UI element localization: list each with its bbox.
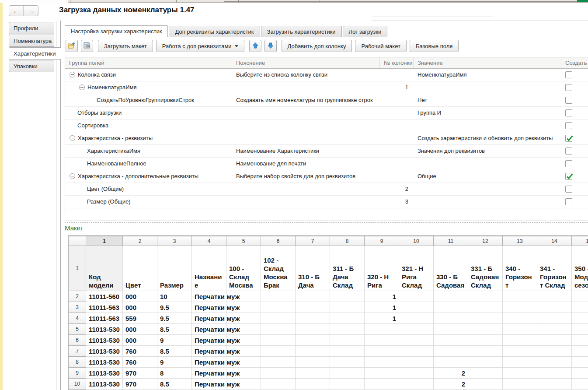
grid-cell[interactable] — [572, 368, 588, 379]
grid-cell[interactable] — [330, 357, 365, 368]
grid-cell[interactable] — [503, 335, 537, 346]
tab-extra-attributes[interactable]: Доп реквизиты характеристик — [169, 26, 260, 37]
tab-load-characteristics[interactable]: Загрузить характеристики — [261, 26, 342, 37]
grid-cell[interactable] — [399, 368, 434, 379]
grid-row-header[interactable]: 7 — [69, 346, 86, 357]
grid-cell[interactable]: Перчатки муж — [192, 368, 226, 379]
grid-cell[interactable]: 970 — [123, 368, 157, 379]
grid-cell[interactable] — [434, 324, 468, 335]
grid-cell[interactable]: 11013-530 — [86, 346, 123, 357]
grid-cell[interactable]: 000 — [123, 291, 157, 302]
grid-cell[interactable]: 000 — [123, 324, 157, 335]
grid-cell[interactable] — [261, 291, 296, 302]
grid-column-header[interactable]: 14 — [537, 236, 572, 246]
grid-cell[interactable] — [434, 335, 468, 346]
grid-cell[interactable] — [296, 368, 330, 379]
grid-cell[interactable] — [503, 368, 537, 379]
grid-cell[interactable]: 559 — [123, 313, 157, 324]
grid-row-header[interactable]: 3 — [69, 302, 86, 313]
value-cell[interactable] — [414, 81, 561, 94]
value-cell[interactable]: Значения доп реквизитов — [414, 145, 561, 157]
value-cell[interactable]: Нет — [414, 94, 561, 106]
grid-cell[interactable] — [296, 357, 330, 368]
grid-row-header[interactable]: 5 — [69, 324, 86, 335]
grid-cell[interactable]: 10 — [157, 291, 192, 302]
value-cell[interactable] — [414, 196, 561, 208]
grid-cell[interactable] — [261, 368, 296, 379]
grid-cell[interactable]: 8.5 — [157, 379, 192, 390]
grid-cell[interactable] — [503, 291, 537, 302]
grid-cell[interactable]: 11013-530 — [86, 368, 123, 379]
create-checkbox[interactable] — [565, 109, 572, 116]
base-fields-button[interactable]: Базовые поля — [410, 40, 459, 52]
grid-cell[interactable]: Перчатки муж — [192, 291, 226, 302]
grid-column-header[interactable]: 1 — [86, 236, 123, 246]
forward-button[interactable]: → — [24, 6, 38, 16]
grid-cell[interactable]: 11011-563 — [86, 313, 123, 324]
value-cell[interactable]: НоменклатураИмя — [414, 69, 561, 81]
grid-cell[interactable] — [330, 324, 365, 335]
grid-cell[interactable]: 8.5 — [157, 346, 192, 357]
grid-row-header[interactable]: 10 — [69, 379, 86, 390]
grid-cell[interactable] — [468, 379, 503, 390]
settings-row[interactable]: Колонка связиВыберите из списка колонку … — [65, 69, 588, 81]
grid-cell[interactable]: 2 — [434, 379, 468, 390]
grid-cell[interactable]: 320 - Н Рига — [365, 246, 399, 291]
grid-cell[interactable] — [399, 379, 434, 390]
grid-cell[interactable] — [261, 379, 296, 390]
grid-cell[interactable] — [468, 346, 503, 357]
column-header-colnum[interactable]: № колонки — [380, 57, 414, 68]
grid-cell[interactable] — [261, 313, 296, 324]
grid-cell[interactable] — [537, 368, 572, 379]
settings-row[interactable]: Характеристика - реквизитыСоздать характ… — [65, 132, 588, 145]
grid-cell[interactable]: 9 — [157, 357, 192, 368]
grid-cell[interactable]: 760 — [123, 346, 157, 357]
create-checkbox[interactable] — [565, 173, 572, 180]
tab-load-settings[interactable]: Настройка загрузки характеристик — [65, 25, 168, 37]
grid-cell[interactable]: Перчатки муж — [192, 357, 226, 368]
grid-cell[interactable]: Перчатки муж — [192, 302, 226, 313]
create-checkbox[interactable] — [565, 135, 572, 142]
tab-load-log[interactable]: Лог загрузки — [343, 26, 388, 37]
create-checkbox[interactable] — [565, 71, 572, 78]
grid-cell[interactable]: 100 - Склад Москва — [226, 246, 261, 291]
sidebar-item-characteristics[interactable]: Характеристики — [9, 47, 61, 60]
grid-cell[interactable] — [468, 368, 503, 379]
open-file-button[interactable] — [66, 40, 78, 52]
save-settings-button[interactable] — [81, 40, 93, 52]
grid-column-header[interactable]: 7 — [296, 236, 330, 246]
column-header-group[interactable]: Группа полей — [65, 57, 232, 68]
grid-cell[interactable]: Цвет — [123, 246, 157, 291]
grid-cell[interactable] — [399, 302, 434, 313]
grid-cell[interactable] — [537, 379, 572, 390]
create-checkbox[interactable] — [565, 186, 572, 193]
grid-corner-cell[interactable] — [69, 236, 86, 246]
grid-cell[interactable] — [537, 291, 572, 302]
create-checkbox[interactable] — [565, 122, 572, 129]
grid-cell[interactable]: Перчатки муж — [192, 346, 226, 357]
grid-cell[interactable] — [365, 346, 399, 357]
grid-cell[interactable] — [365, 368, 399, 379]
back-button[interactable]: ← — [9, 6, 24, 16]
grid-column-header[interactable]: 8 — [330, 236, 365, 246]
grid-cell[interactable] — [261, 346, 296, 357]
grid-cell[interactable] — [468, 313, 503, 324]
grid-column-header[interactable]: 3 — [157, 236, 192, 246]
settings-row[interactable]: Сортировка — [65, 119, 588, 132]
grid-row-header[interactable]: 2 — [69, 291, 86, 302]
working-layout-button[interactable]: Рабочий макет — [355, 40, 407, 52]
create-checkbox[interactable] — [565, 148, 572, 155]
grid-cell[interactable]: 321 - Н Рига Склад — [399, 246, 434, 291]
grid-row-header[interactable]: 4 — [69, 313, 86, 324]
grid-cell[interactable]: Перчатки муж — [192, 313, 226, 324]
grid-cell[interactable] — [365, 379, 399, 390]
grid-column-header[interactable]: 2 — [123, 236, 157, 246]
sidebar-item-nomenclature[interactable]: Номенклатура — [9, 35, 54, 47]
create-checkbox[interactable] — [565, 198, 572, 205]
grid-cell[interactable]: 11013-530 — [86, 324, 123, 335]
create-checkbox[interactable] — [565, 97, 572, 104]
value-cell[interactable]: Группа И — [414, 107, 561, 119]
grid-cell[interactable] — [296, 324, 330, 335]
grid-cell[interactable] — [537, 346, 572, 357]
grid-cell[interactable] — [296, 291, 330, 302]
